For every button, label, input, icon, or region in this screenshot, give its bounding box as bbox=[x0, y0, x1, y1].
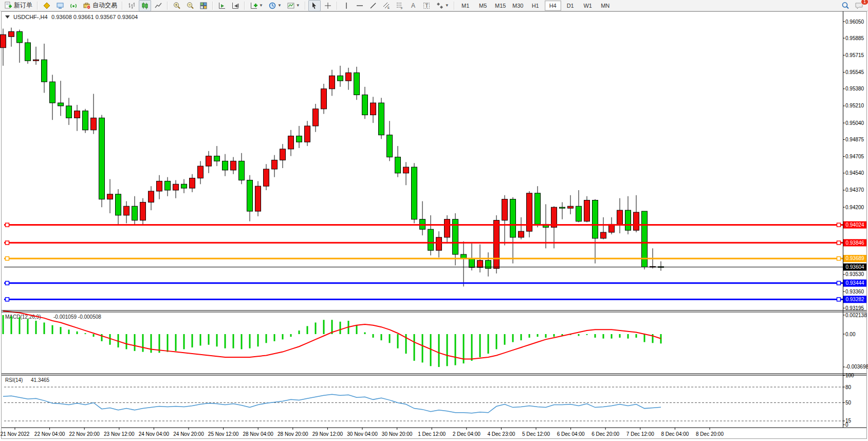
svg-text:E: E bbox=[387, 6, 390, 9]
bull-candle bbox=[107, 194, 113, 199]
vertical-line-icon bbox=[342, 2, 350, 10]
periods-button[interactable]: ▼ bbox=[266, 0, 284, 11]
autotrade-button[interactable]: 自动交易 bbox=[81, 0, 119, 11]
bull-candle bbox=[321, 89, 327, 109]
timeframe-h1-button[interactable]: H1 bbox=[527, 1, 544, 11]
notification-badge: 1 bbox=[861, 0, 868, 5]
bear-candle bbox=[239, 161, 245, 180]
timeframe-w1-button[interactable]: W1 bbox=[580, 1, 596, 11]
search-button[interactable] bbox=[839, 0, 852, 11]
bull-candle bbox=[264, 169, 269, 186]
cursor-tool-button[interactable] bbox=[308, 0, 321, 11]
text-label-tool-button[interactable]: T bbox=[420, 0, 433, 11]
metaeditor-icon bbox=[43, 2, 51, 10]
line-chart-mode-button[interactable] bbox=[152, 0, 164, 11]
line-handle[interactable] bbox=[837, 241, 841, 245]
line-handle[interactable] bbox=[6, 241, 9, 245]
timeframe-m15-button[interactable]: M15 bbox=[492, 1, 509, 11]
bear-candle bbox=[412, 167, 417, 219]
bear-candle bbox=[83, 111, 88, 130]
bear-candle bbox=[535, 193, 541, 225]
terminal-button[interactable] bbox=[54, 0, 66, 11]
zoom-in-button[interactable] bbox=[171, 0, 183, 11]
line-handle[interactable] bbox=[837, 281, 841, 285]
signals-button[interactable] bbox=[67, 0, 80, 11]
timeframe-h4-button[interactable]: H4 bbox=[545, 1, 561, 11]
bar-chart-mode-button[interactable] bbox=[125, 0, 138, 11]
text-tool-button[interactable]: A bbox=[407, 0, 419, 11]
equidistant-channel-tool-button[interactable]: E bbox=[380, 0, 393, 11]
bear-candle bbox=[354, 73, 360, 95]
text-icon: A bbox=[409, 2, 417, 10]
time-tick-label: 30 Nov 04:00 bbox=[347, 431, 378, 437]
line-handle[interactable] bbox=[6, 298, 9, 301]
line-handle[interactable] bbox=[6, 223, 9, 227]
timeframe-mn-button[interactable]: MN bbox=[597, 1, 614, 11]
bear-candle bbox=[428, 229, 434, 250]
crosshair-tool-button[interactable] bbox=[322, 0, 334, 11]
auto-scroll-button[interactable] bbox=[216, 0, 228, 11]
bull-candle bbox=[140, 202, 146, 220]
price-tick-label: 0.94875 bbox=[845, 137, 864, 142]
autotrade-icon bbox=[83, 2, 91, 10]
bull-candle bbox=[329, 76, 335, 88]
indicators-button[interactable]: ▼ bbox=[248, 0, 265, 11]
line-handle[interactable] bbox=[6, 256, 9, 260]
timeframe-m1-button[interactable]: M1 bbox=[457, 1, 474, 11]
timeframe-d1-button[interactable]: D1 bbox=[562, 1, 579, 11]
chart-shift-button[interactable] bbox=[229, 0, 242, 11]
toolbar-separator bbox=[122, 2, 123, 10]
bull-candle bbox=[280, 149, 286, 160]
equidistant-channel-icon: E bbox=[382, 2, 391, 10]
notifications-button[interactable]: 1 bbox=[853, 0, 866, 11]
time-tick-label: 22 Nov 04:00 bbox=[34, 431, 65, 437]
templates-button[interactable]: ▼ bbox=[285, 0, 302, 11]
metaeditor-button[interactable] bbox=[41, 0, 53, 11]
time-tick-label: 8 Dec 04:00 bbox=[661, 431, 689, 437]
macd-tick-label: 0.00 bbox=[845, 332, 856, 337]
chart-canvas[interactable]: USDCHF-,H4 0.93608 0.93661 0.93567 0.936… bbox=[0, 11, 868, 441]
line-handle[interactable] bbox=[837, 298, 841, 301]
bull-candle bbox=[445, 219, 450, 237]
templates-icon bbox=[287, 2, 295, 10]
time-tick-label: 6 Dec 04:00 bbox=[557, 431, 585, 437]
bear-candle bbox=[25, 43, 31, 61]
rsi-tick-label: 50 bbox=[845, 400, 852, 406]
bull-candle bbox=[519, 231, 524, 237]
toolbar-separator bbox=[37, 2, 38, 10]
bear-candle bbox=[593, 200, 598, 238]
timeframe-m5-button[interactable]: M5 bbox=[475, 1, 491, 11]
time-tick-label: 5 Dec 12:00 bbox=[522, 431, 550, 437]
text-label-icon: T bbox=[422, 2, 431, 10]
dropdown-caret-icon: ▼ bbox=[259, 3, 263, 8]
bear-candle bbox=[50, 82, 56, 103]
line-handle[interactable] bbox=[837, 223, 841, 227]
time-tick-label: 6 Dec 20:00 bbox=[592, 431, 619, 437]
bull-candle bbox=[206, 156, 212, 167]
trendline-tool-button[interactable] bbox=[367, 0, 379, 11]
arrows-tool-button[interactable]: ▼ bbox=[434, 0, 451, 11]
candlestick-mode-button[interactable] bbox=[139, 0, 151, 11]
new-order-button[interactable]: 新订单 bbox=[2, 0, 34, 11]
bull-candle bbox=[173, 184, 179, 190]
line-handle[interactable] bbox=[837, 256, 841, 260]
horizontal-line-tool-button[interactable] bbox=[354, 0, 366, 11]
zoom-out-button[interactable] bbox=[184, 0, 196, 11]
macd-tick-label: -0.003698 bbox=[845, 364, 868, 370]
svg-text:0.94024: 0.94024 bbox=[845, 222, 864, 228]
bear-candle bbox=[338, 76, 343, 81]
vertical-line-tool-button[interactable] bbox=[340, 0, 353, 11]
bear-candle bbox=[395, 157, 401, 173]
bear-candle bbox=[214, 156, 220, 161]
fibonacci-tool-button[interactable]: F bbox=[394, 0, 406, 11]
timeframe-m30-button[interactable]: M30 bbox=[510, 1, 526, 11]
time-tick-label: 28 Nov 04:00 bbox=[243, 431, 273, 437]
new-order-label: 新订单 bbox=[14, 1, 32, 10]
line-handle[interactable] bbox=[6, 281, 9, 285]
svg-text:0.93846: 0.93846 bbox=[845, 240, 864, 246]
bull-candle bbox=[477, 261, 483, 268]
price-tick-label: 0.94370 bbox=[845, 187, 864, 193]
bull-candle bbox=[634, 212, 639, 230]
chart-svg[interactable]: USDCHF-,H4 0.93608 0.93661 0.93567 0.936… bbox=[0, 11, 868, 441]
tile-windows-button[interactable] bbox=[197, 0, 210, 11]
